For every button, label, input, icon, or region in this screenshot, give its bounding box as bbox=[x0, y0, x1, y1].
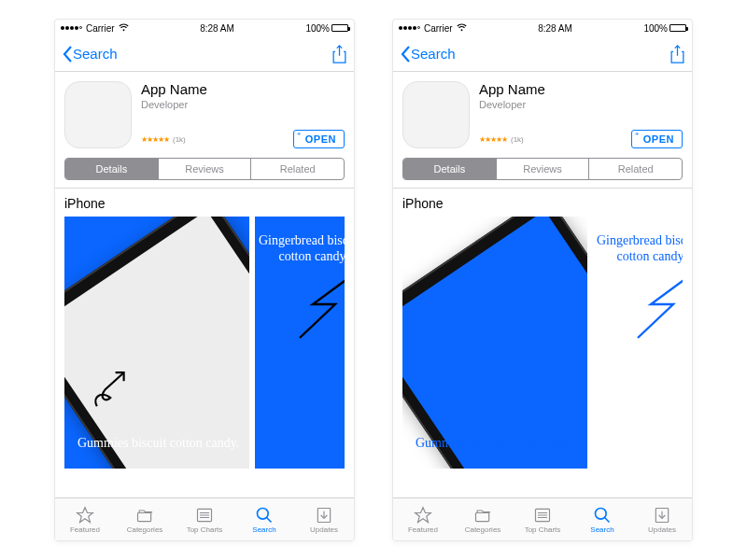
tab-categories[interactable]: Categories bbox=[453, 498, 513, 540]
tab-topcharts-label: Top Charts bbox=[187, 525, 223, 534]
svg-marker-1 bbox=[78, 507, 93, 522]
device-mockup-icon bbox=[402, 217, 587, 469]
nav-bar: Search bbox=[393, 36, 692, 72]
battery-label: 100% bbox=[643, 23, 668, 34]
star-rating-icon: ★★★★★ bbox=[479, 135, 507, 144]
status-bar: Carrier 8:28 AM 100% bbox=[393, 20, 692, 36]
battery-label: 100% bbox=[305, 23, 330, 34]
back-button[interactable]: Search bbox=[401, 46, 456, 63]
rating-count: (1k) bbox=[173, 135, 186, 144]
star-outline-icon bbox=[413, 506, 433, 525]
share-icon[interactable] bbox=[332, 45, 346, 63]
tab-updates[interactable]: Updates bbox=[632, 498, 692, 540]
tab-search[interactable]: Search bbox=[234, 498, 294, 540]
screenshot-carousel[interactable]: Gummies biscuit cotton candy. Gingerbrea… bbox=[55, 217, 354, 469]
screenshot-2: Gingerbread bisc cotton candy. bbox=[255, 217, 345, 469]
svg-marker-12 bbox=[416, 507, 431, 522]
tab-topcharts[interactable]: Top Charts bbox=[513, 498, 572, 540]
tab-categories-label: Categories bbox=[127, 525, 163, 534]
caption-1: Gummies biscuit cotton candy. bbox=[78, 436, 239, 452]
signal-dots-icon bbox=[61, 26, 82, 30]
zigzag-icon bbox=[294, 276, 345, 342]
screenshot-1: Gummies biscuit cotton candy. bbox=[64, 217, 249, 469]
app-header: App Name Developer ★★★★★ (1k) OPEN Detai… bbox=[393, 72, 692, 189]
star-outline-icon bbox=[75, 506, 95, 525]
tab-search[interactable]: Search bbox=[572, 498, 632, 540]
app-name: App Name bbox=[141, 81, 207, 97]
tab-featured-label: Featured bbox=[408, 525, 438, 534]
search-icon bbox=[592, 506, 613, 525]
developer-label[interactable]: Developer bbox=[479, 99, 545, 110]
list-icon bbox=[532, 506, 553, 525]
phone-mockup-a: Carrier 8:28 AM 100% Search App Name Dev… bbox=[54, 19, 355, 541]
svg-line-8 bbox=[267, 517, 272, 522]
screenshot-carousel[interactable]: Gummies biscuit cotton candy. Gingerbrea… bbox=[393, 217, 692, 469]
search-icon bbox=[254, 506, 275, 525]
download-icon bbox=[652, 506, 672, 525]
back-button[interactable]: Search bbox=[63, 46, 118, 63]
screenshot-2: Gingerbread bisc cotton candy. bbox=[593, 217, 683, 469]
tab-related[interactable]: Related bbox=[251, 159, 344, 179]
zigzag-icon bbox=[632, 276, 683, 342]
tab-updates-label: Updates bbox=[648, 525, 676, 534]
wifi-icon bbox=[119, 23, 129, 34]
clock-label: 8:28 AM bbox=[200, 23, 234, 34]
svg-rect-2 bbox=[138, 512, 151, 521]
chevron-left-icon bbox=[63, 46, 73, 63]
tab-topcharts[interactable]: Top Charts bbox=[175, 498, 234, 540]
app-icon bbox=[64, 81, 132, 148]
curly-arrow-icon bbox=[87, 366, 137, 416]
tab-related[interactable]: Related bbox=[589, 159, 682, 179]
wifi-icon bbox=[457, 23, 467, 34]
open-button[interactable]: OPEN bbox=[631, 130, 683, 148]
app-header: App Name Developer ★★★★★ (1k) OPEN Detai… bbox=[55, 72, 354, 189]
svg-point-7 bbox=[258, 508, 269, 519]
tab-search-label: Search bbox=[590, 525, 613, 534]
nav-bar: Search bbox=[55, 36, 354, 72]
battery-icon bbox=[331, 24, 348, 32]
clock-label: 8:28 AM bbox=[538, 23, 572, 34]
tab-bar: Featured Categories Top Charts Search Up… bbox=[393, 497, 692, 540]
tab-search-label: Search bbox=[252, 525, 275, 534]
app-name: App Name bbox=[479, 81, 545, 97]
svg-point-18 bbox=[596, 508, 607, 519]
share-icon[interactable] bbox=[670, 45, 684, 63]
curly-arrow-icon bbox=[425, 366, 475, 416]
device-section-label: iPhone bbox=[55, 189, 354, 217]
chevron-left-icon bbox=[401, 46, 411, 63]
battery-icon bbox=[669, 24, 686, 32]
tab-updates[interactable]: Updates bbox=[294, 498, 354, 540]
phone-mockup-b: Carrier 8:28 AM 100% Search App Name Dev… bbox=[392, 19, 693, 541]
carrier-label: Carrier bbox=[424, 23, 453, 34]
tab-featured[interactable]: Featured bbox=[393, 498, 453, 540]
rating-count: (1k) bbox=[511, 135, 524, 144]
folders-icon bbox=[134, 506, 155, 525]
screenshot-1: Gummies biscuit cotton candy. bbox=[402, 217, 587, 469]
tab-categories[interactable]: Categories bbox=[115, 498, 175, 540]
device-mockup-icon bbox=[64, 217, 249, 469]
tab-featured[interactable]: Featured bbox=[55, 498, 115, 540]
tab-reviews[interactable]: Reviews bbox=[159, 159, 252, 179]
svg-rect-13 bbox=[476, 512, 489, 521]
tab-details[interactable]: Details bbox=[403, 159, 497, 179]
tab-featured-label: Featured bbox=[70, 525, 100, 534]
tab-reviews[interactable]: Reviews bbox=[497, 159, 590, 179]
segmented-control: Details Reviews Related bbox=[64, 158, 345, 180]
caption-2: Gingerbread bisc cotton candy. bbox=[255, 233, 345, 265]
caption-1: Gummies biscuit cotton candy. bbox=[416, 436, 577, 452]
device-section-label: iPhone bbox=[393, 189, 692, 217]
star-rating-icon: ★★★★★ bbox=[141, 135, 169, 144]
developer-label[interactable]: Developer bbox=[141, 99, 207, 110]
folders-icon bbox=[472, 506, 493, 525]
tab-details[interactable]: Details bbox=[65, 159, 159, 179]
list-icon bbox=[194, 506, 215, 525]
segmented-control: Details Reviews Related bbox=[402, 158, 683, 180]
signal-dots-icon bbox=[399, 26, 420, 30]
back-label: Search bbox=[411, 46, 456, 62]
tab-categories-label: Categories bbox=[465, 525, 501, 534]
download-icon bbox=[314, 506, 334, 525]
open-button[interactable]: OPEN bbox=[293, 130, 345, 148]
app-icon bbox=[402, 81, 470, 148]
carrier-label: Carrier bbox=[86, 23, 115, 34]
back-label: Search bbox=[73, 46, 118, 62]
